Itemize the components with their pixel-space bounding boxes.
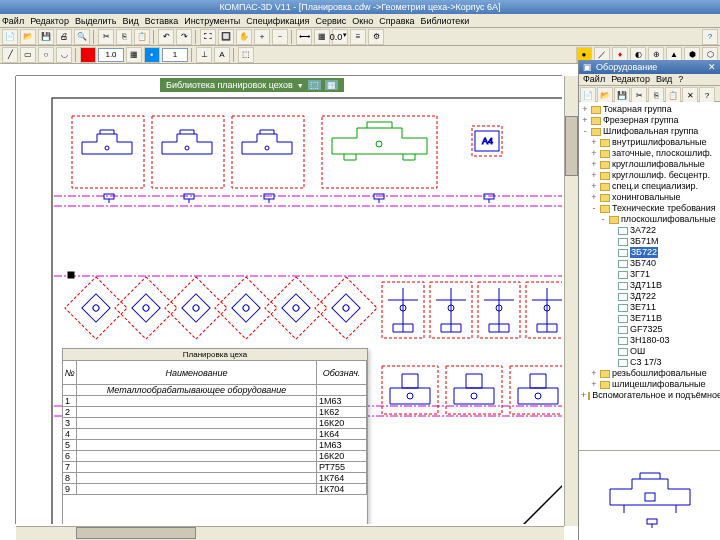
layers-icon[interactable]: ≡: [350, 29, 366, 45]
zoom-out-icon[interactable]: －: [272, 29, 288, 45]
tree-item[interactable]: 3Д722: [581, 291, 718, 302]
save-icon[interactable]: 💾: [38, 29, 54, 45]
panel-new-icon[interactable]: 📄: [580, 87, 596, 103]
print-icon[interactable]: 🖨: [56, 29, 72, 45]
panel-open-icon[interactable]: 📂: [597, 87, 613, 103]
panel-menu-edit[interactable]: Редактор: [611, 74, 650, 85]
group-icon[interactable]: ⬚: [238, 47, 254, 63]
expand-icon[interactable]: +: [590, 192, 598, 203]
expand-icon[interactable]: +: [581, 104, 589, 115]
menu-service[interactable]: Сервис: [316, 16, 347, 26]
pan-icon[interactable]: ✋: [236, 29, 252, 45]
expand-icon[interactable]: +: [581, 115, 589, 126]
arc-icon[interactable]: ◡: [56, 47, 72, 63]
tree-item[interactable]: +шлицешлифовальные: [581, 379, 718, 390]
scrollbar-horizontal[interactable]: [16, 526, 564, 540]
copy-icon[interactable]: ⎘: [116, 29, 132, 45]
circle-icon[interactable]: ○: [38, 47, 54, 63]
zoom-fit-icon[interactable]: ⛶: [200, 29, 216, 45]
expand-icon[interactable]: +: [590, 137, 598, 148]
angle-dd[interactable]: 0.0: [332, 29, 348, 45]
paste-icon[interactable]: 📋: [134, 29, 150, 45]
expand-icon[interactable]: +: [590, 170, 598, 181]
tree-item[interactable]: GF7325: [581, 324, 718, 335]
scrollbar-vertical[interactable]: [564, 76, 578, 526]
menu-insert[interactable]: Вставка: [145, 16, 178, 26]
panel-menu-help[interactable]: ?: [678, 74, 683, 85]
layer-color[interactable]: [80, 47, 96, 63]
tree-item[interactable]: 3Е711В: [581, 313, 718, 324]
menu-libs[interactable]: Библиотеки: [421, 16, 470, 26]
panel-cut-icon[interactable]: ✂: [631, 87, 647, 103]
hatch-icon[interactable]: ▦: [314, 29, 330, 45]
zoom-in-icon[interactable]: ＋: [254, 29, 270, 45]
tree-item[interactable]: -плоскошлифовальные: [581, 214, 718, 225]
tree-item[interactable]: 3Д711В: [581, 280, 718, 291]
tree-item[interactable]: 3А722: [581, 225, 718, 236]
expand-icon[interactable]: +: [590, 181, 598, 192]
text-icon[interactable]: A: [214, 47, 230, 63]
tree-item[interactable]: 3Б722: [581, 247, 718, 258]
tree-item[interactable]: +резьбошлифовальные: [581, 368, 718, 379]
cut-icon[interactable]: ✂: [98, 29, 114, 45]
menu-spec[interactable]: Спецификация: [246, 16, 309, 26]
tree-item[interactable]: +заточные, плоскошлиф.: [581, 148, 718, 159]
tree-item[interactable]: 3Н180-03: [581, 335, 718, 346]
menu-edit[interactable]: Редактор: [30, 16, 69, 26]
panel-title-bar[interactable]: ▣ Оборудование ✕: [579, 60, 720, 74]
library-bar[interactable]: Библиотека планировок цехов ▼ ⬚ ▦: [160, 78, 344, 92]
menu-window[interactable]: Окно: [352, 16, 373, 26]
tree-item[interactable]: 3Е711: [581, 302, 718, 313]
panel-copy-icon[interactable]: ⎘: [648, 87, 664, 103]
rect-icon[interactable]: ▭: [20, 47, 36, 63]
dim-icon[interactable]: ⟷: [296, 29, 312, 45]
tree-item[interactable]: С3 17/3: [581, 357, 718, 368]
expand-icon[interactable]: -: [599, 214, 607, 225]
zoom-window-icon[interactable]: 🔲: [218, 29, 234, 45]
tree-item[interactable]: +хонинговальные: [581, 192, 718, 203]
lib-btn2[interactable]: ▦: [325, 80, 338, 90]
tree-item[interactable]: +Фрезерная группа: [581, 115, 718, 126]
expand-icon[interactable]: +: [590, 148, 598, 159]
menu-file[interactable]: Файл: [2, 16, 24, 26]
tree-item[interactable]: -Технические требования: [581, 203, 718, 214]
menu-help[interactable]: Справка: [379, 16, 414, 26]
tree-item[interactable]: ОШ: [581, 346, 718, 357]
zoom-input[interactable]: [98, 48, 124, 62]
snap-icon[interactable]: ▪: [144, 47, 160, 63]
grid-icon[interactable]: ▦: [126, 47, 142, 63]
tree-item[interactable]: +спец.и специализир.: [581, 181, 718, 192]
line-icon[interactable]: ╱: [2, 47, 18, 63]
spec-table[interactable]: Планировка цеха № Наименование Обознач. …: [62, 348, 368, 524]
panel-save-icon[interactable]: 💾: [614, 87, 630, 103]
ortho-icon[interactable]: ⊥: [196, 47, 212, 63]
drawing-canvas[interactable]: Библиотека планировок цехов ▼ ⬚ ▦: [32, 76, 562, 524]
preview-icon[interactable]: 🔍: [74, 29, 90, 45]
open-icon[interactable]: 📂: [20, 29, 36, 45]
lib-btn1[interactable]: ⬚: [308, 80, 321, 90]
new-icon[interactable]: 📄: [2, 29, 18, 45]
expand-icon[interactable]: +: [581, 390, 586, 401]
tree-item[interactable]: 3Б71М: [581, 236, 718, 247]
expand-icon[interactable]: +: [590, 368, 598, 379]
close-icon[interactable]: ✕: [708, 62, 716, 72]
help-icon[interactable]: ?: [702, 29, 718, 45]
tree-item[interactable]: -Шлифовальная группа: [581, 126, 718, 137]
panel-menu-file[interactable]: Файл: [583, 74, 605, 85]
panel-help-icon[interactable]: ?: [699, 87, 715, 103]
snap-input[interactable]: [162, 48, 188, 62]
props-icon[interactable]: ⚙: [368, 29, 384, 45]
expand-icon[interactable]: +: [590, 379, 598, 390]
panel-paste-icon[interactable]: 📋: [665, 87, 681, 103]
equipment-tree[interactable]: +Токарная группа+Фрезерная группа-Шлифов…: [579, 102, 720, 450]
panel-del-icon[interactable]: ✕: [682, 87, 698, 103]
menu-select[interactable]: Выделить: [75, 16, 117, 26]
redo-icon[interactable]: ↷: [176, 29, 192, 45]
menu-tools[interactable]: Инструменты: [184, 16, 240, 26]
tree-item[interactable]: +круглошлиф. бесцентр.: [581, 170, 718, 181]
tree-item[interactable]: +Токарная группа: [581, 104, 718, 115]
chevron-down-icon[interactable]: ▼: [297, 82, 304, 89]
tree-item[interactable]: +внутришлифовальные: [581, 137, 718, 148]
expand-icon[interactable]: -: [590, 203, 598, 214]
tree-item[interactable]: +Вспомогательное и подъёмное оборудовани…: [581, 390, 718, 401]
